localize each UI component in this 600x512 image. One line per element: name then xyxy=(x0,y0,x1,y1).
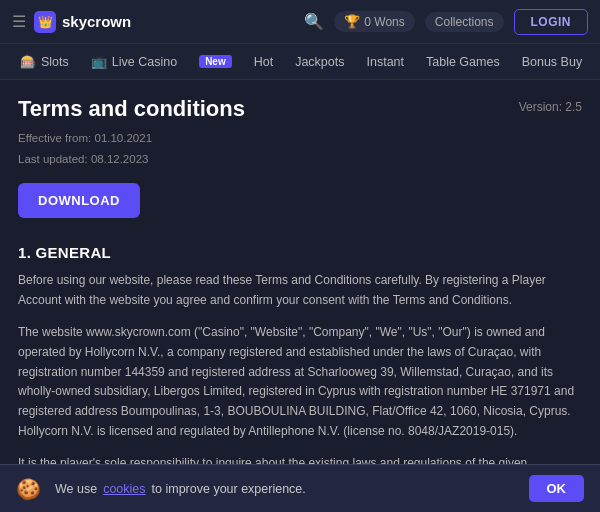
cookie-text-suffix: to improve your experience. xyxy=(152,482,306,496)
tab-live-casino[interactable]: 📺 Live Casino xyxy=(81,49,187,74)
logo-wrapper: 👑 skycrown xyxy=(34,11,131,33)
live-casino-icon: 📺 xyxy=(91,54,107,69)
header: ☰ 👑 skycrown 🔍 🏆 0 Wons Collections LOGI… xyxy=(0,0,600,44)
tab-slots[interactable]: 🎰 Slots xyxy=(10,49,79,74)
section-1-para-1: Before using our website, please read th… xyxy=(18,271,582,311)
cookie-text: We use cookies to improve your experienc… xyxy=(55,482,519,496)
nav-tabs: 🎰 Slots 📺 Live Casino New Hot Jackpots I… xyxy=(0,44,600,80)
slots-icon: 🎰 xyxy=(20,54,36,69)
trophy-icon: 🏆 xyxy=(344,14,360,29)
search-icon[interactable]: 🔍 xyxy=(304,12,324,31)
tab-hot-label: Hot xyxy=(254,55,273,69)
ok-button[interactable]: OK xyxy=(529,475,585,502)
header-right: 🔍 🏆 0 Wons Collections LOGIN xyxy=(304,9,588,35)
collections-badge: Collections xyxy=(425,12,504,32)
hamburger-icon[interactable]: ☰ xyxy=(12,12,26,31)
cookie-link[interactable]: cookies xyxy=(103,482,145,496)
tab-jackpots[interactable]: Jackpots xyxy=(285,50,354,74)
tab-table-games-label: Table Games xyxy=(426,55,500,69)
effective-from: Effective from: 01.10.2021 xyxy=(18,128,582,149)
tab-slots-label: Slots xyxy=(41,55,69,69)
header-left: ☰ 👑 skycrown xyxy=(12,11,131,33)
tab-jackpots-label: Jackpots xyxy=(295,55,344,69)
new-badge: New xyxy=(199,55,232,68)
tab-table-games[interactable]: Table Games xyxy=(416,50,510,74)
section-1: 1. GENERAL Before using our website, ple… xyxy=(18,244,582,493)
cookie-banner: 🍪 We use cookies to improve your experie… xyxy=(0,464,600,512)
title-row: Terms and conditions Version: 2.5 xyxy=(18,96,582,122)
cookie-icon: 🍪 xyxy=(16,477,41,501)
section-1-title: 1. GENERAL xyxy=(18,244,582,261)
tab-instant[interactable]: Instant xyxy=(356,50,414,74)
tab-bonus-buy-label: Bonus Buy xyxy=(522,55,582,69)
page-title: Terms and conditions xyxy=(18,96,245,122)
tab-drops-wins[interactable]: Drops & Wins xyxy=(594,50,600,74)
wins-label: 0 Wons xyxy=(364,15,404,29)
version-text: Version: 2.5 xyxy=(519,100,582,114)
tab-instant-label: Instant xyxy=(366,55,404,69)
effective-dates: Effective from: 01.10.2021 Last updated:… xyxy=(18,128,582,169)
last-updated: Last updated: 08.12.2023 xyxy=(18,149,582,170)
main-content: Terms and conditions Version: 2.5 Effect… xyxy=(0,80,600,512)
tab-bonus-buy[interactable]: Bonus Buy xyxy=(512,50,592,74)
wins-badge: 🏆 0 Wons xyxy=(334,11,414,32)
section-1-para-2: The website www.skycrown.com ("Casino", … xyxy=(18,323,582,442)
collections-label: Collections xyxy=(435,15,494,29)
tab-hot[interactable]: Hot xyxy=(244,50,283,74)
tab-live-casino-label: Live Casino xyxy=(112,55,177,69)
login-button[interactable]: LOGIN xyxy=(514,9,589,35)
logo-text: skycrown xyxy=(62,13,131,30)
logo-icon: 👑 xyxy=(34,11,56,33)
download-button[interactable]: DOWNLOAD xyxy=(18,183,140,218)
cookie-text-prefix: We use xyxy=(55,482,97,496)
tab-new[interactable]: New xyxy=(189,50,242,73)
